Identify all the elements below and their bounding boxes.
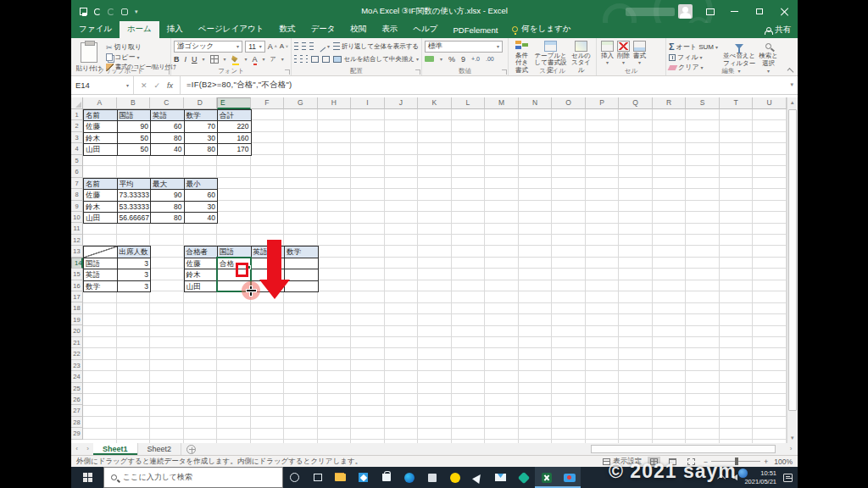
sheet-nav-left-icon[interactable]: ‹ [71, 443, 82, 455]
cell-scores-r0c4[interactable]: 合計 [218, 110, 252, 121]
cell-pass_table-r1c3[interactable] [285, 258, 319, 269]
conditional-formatting-button[interactable]: 条件付き書式▾ [511, 40, 532, 67]
cell-scores-r1c4[interactable]: 220 [218, 121, 252, 132]
percent-style-button[interactable]: % [448, 55, 455, 64]
font-name-select[interactable]: 游ゴシック▾ [174, 41, 242, 53]
cell-stats-r2c3[interactable]: 30 [185, 202, 219, 213]
cell-stats-r3c3[interactable]: 40 [185, 213, 219, 224]
cell-stats-r1c2[interactable]: 90 [151, 190, 185, 201]
redo-icon[interactable] [108, 8, 114, 15]
cell-scores-r0c3[interactable]: 数学 [185, 110, 219, 121]
cell-scores-r1c2[interactable]: 60 [151, 121, 185, 132]
scroll-right-icon[interactable]: › [786, 443, 796, 454]
ribbon-display-options-button[interactable] [699, 0, 721, 23]
taskbar-task-view-icon[interactable] [306, 467, 329, 488]
ribbon-tab-ホーム[interactable]: ホーム [120, 21, 159, 38]
undo-icon[interactable] [94, 8, 101, 15]
row-header-22[interactable]: 22 [71, 348, 83, 359]
insert-cells-button[interactable]: 挿入▾ [599, 40, 615, 67]
taskbar-edge-icon[interactable] [398, 467, 420, 488]
alignment-dialog-launcher[interactable] [415, 69, 420, 75]
cell-pass_table-r1c0[interactable]: 佐藤 [185, 258, 219, 269]
wrap-text-button[interactable]: 折り返して全体を表示する [333, 42, 419, 51]
row-header-16[interactable]: 16 [71, 280, 83, 291]
row-header-10[interactable]: 10 [71, 212, 83, 223]
font-dialog-launcher[interactable] [285, 69, 290, 75]
row-header-13[interactable]: 13 [71, 246, 83, 257]
column-header-I[interactable]: I [351, 97, 385, 109]
fill-button[interactable]: フィル▾ [669, 53, 718, 62]
cell-pass_table-r0c3[interactable]: 数学 [285, 247, 319, 258]
column-header-T[interactable]: T [720, 97, 754, 109]
row-header-4[interactable]: 4 [71, 143, 83, 154]
cell-scores-r2c1[interactable]: 50 [118, 133, 152, 144]
find-select-button[interactable]: 検索と選択▾ [757, 40, 780, 67]
column-header-C[interactable]: C [150, 97, 184, 109]
cell-scores-r3c3[interactable]: 80 [185, 144, 219, 155]
row-header-27[interactable]: 27 [71, 405, 83, 416]
scroll-up-icon[interactable]: ▲ [787, 97, 798, 108]
number-format-select[interactable]: 標準▾ [425, 41, 503, 53]
cell-stats-r2c0[interactable]: 鈴木 [84, 202, 118, 213]
column-header-P[interactable]: P [586, 97, 620, 109]
cut-button[interactable]: ✂切り取り [106, 42, 177, 52]
horizontal-scrollbar[interactable]: › [586, 443, 798, 455]
account-button[interactable] [626, 4, 693, 19]
format-as-table-button[interactable]: テーブルとして書式設定▾ [532, 40, 569, 67]
column-header-A[interactable]: A [83, 97, 117, 109]
align-left-icon[interactable] [294, 55, 297, 63]
merge-center-button[interactable]: セルを結合して中央揃え▾ [333, 55, 419, 64]
ribbon-tab-ファイル[interactable]: ファイル [71, 21, 120, 38]
font-size-select[interactable]: 11▾ [245, 41, 265, 53]
cell-attendance-r3c0[interactable]: 数学 [84, 281, 118, 292]
ribbon-tab-校閲[interactable]: 校閲 [342, 21, 374, 38]
taskbar-store-icon[interactable] [375, 467, 398, 488]
row-header-25[interactable]: 25 [71, 383, 83, 394]
row-header-9[interactable]: 9 [71, 201, 83, 212]
column-header-J[interactable]: J [385, 97, 419, 109]
shrink-font-button[interactable]: A˅ [280, 42, 288, 50]
column-header-F[interactable]: F [251, 97, 285, 109]
currency-icon[interactable] [425, 56, 434, 62]
underline-button[interactable]: U [192, 55, 198, 64]
cell-scores-r2c4[interactable]: 160 [218, 133, 252, 144]
qat-customize-icon[interactable]: ▾ [135, 8, 138, 15]
cell-attendance-r1c0[interactable]: 国語 [84, 258, 118, 269]
zoom-level[interactable]: 100% [774, 458, 793, 466]
cell-stats-r0c3[interactable]: 最小 [185, 179, 219, 190]
cell-pass_table-r2c0[interactable]: 鈴木 [185, 269, 219, 280]
grow-font-button[interactable]: A˄ [268, 42, 277, 51]
cell-scores-r1c1[interactable]: 90 [118, 121, 152, 132]
save-icon[interactable] [80, 8, 87, 15]
sort-filter-button[interactable]: 並べ替えとフィルター▾ [721, 40, 757, 67]
row-header-7[interactable]: 7 [71, 178, 83, 189]
bold-button[interactable]: B [174, 55, 180, 64]
cell-stats-r1c3[interactable]: 60 [185, 190, 219, 201]
cell-scores-r3c1[interactable]: 50 [118, 144, 152, 155]
cell-pass_table-r3c0[interactable]: 山田 [185, 281, 219, 292]
orientation-icon[interactable] [315, 41, 326, 52]
cell-attendance-r2c0[interactable]: 英語 [84, 269, 118, 280]
taskbar-cortana-icon[interactable] [283, 467, 306, 488]
cell-scores-r2c3[interactable]: 30 [185, 133, 219, 144]
column-header-N[interactable]: N [519, 97, 553, 109]
cell-scores-r0c2[interactable]: 英語 [151, 110, 185, 121]
cell-scores-r2c2[interactable]: 80 [151, 133, 185, 144]
sheet-tab-Sheet2[interactable]: Sheet2 [138, 443, 182, 455]
enter-icon[interactable]: ✓ [154, 81, 161, 90]
cell-attendance-r2c1[interactable]: 3 [118, 269, 152, 280]
column-header-U[interactable]: U [753, 97, 786, 109]
select-all-corner[interactable] [71, 97, 83, 109]
copy-button[interactable]: コピー▾ [106, 53, 177, 62]
scroll-down-icon[interactable]: ▼ [787, 433, 798, 443]
cell-attendance-r3c1[interactable]: 3 [118, 281, 152, 292]
taskbar-yellow-app-icon[interactable] [443, 467, 466, 488]
cell-attendance-r0c0[interactable] [84, 247, 118, 258]
cell-stats-r1c1[interactable]: 73.33333 [118, 190, 152, 201]
cell-scores-r3c0[interactable]: 山田 [84, 144, 118, 155]
row-header-17[interactable]: 17 [71, 291, 83, 302]
cell-stats-r3c2[interactable]: 80 [151, 213, 185, 224]
taskbar-search-input[interactable]: ここに入力して検索 [103, 467, 283, 488]
formula-input[interactable]: =IF(B2>=80,"合格","不合格") [181, 76, 292, 94]
row-header-20[interactable]: 20 [71, 325, 83, 336]
